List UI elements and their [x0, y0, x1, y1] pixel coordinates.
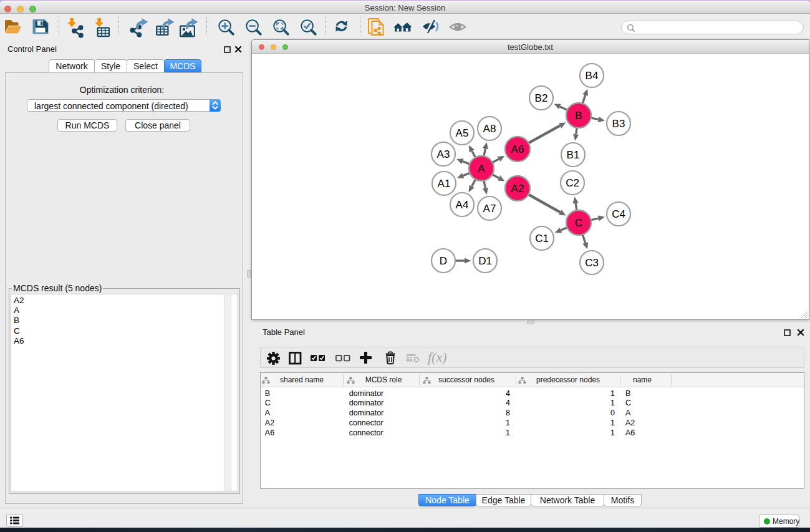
svg-text:A5: A5	[456, 127, 469, 139]
svg-text:B2: B2	[535, 92, 548, 104]
svg-text:B4: B4	[586, 70, 599, 82]
svg-text:B3: B3	[612, 118, 625, 130]
svg-text:A3: A3	[437, 148, 450, 160]
svg-text:D: D	[440, 255, 447, 267]
svg-text:C: C	[575, 217, 582, 229]
svg-text:C4: C4	[612, 208, 625, 220]
svg-text:B: B	[575, 110, 582, 122]
svg-text:C1: C1	[535, 233, 549, 244]
svg-text:A8: A8	[483, 123, 496, 135]
svg-text:A6: A6	[511, 143, 524, 155]
svg-text:C3: C3	[585, 257, 599, 269]
svg-text:B1: B1	[567, 149, 580, 161]
svg-text:A4: A4	[456, 199, 469, 211]
svg-text:A2: A2	[511, 183, 524, 195]
svg-text:A7: A7	[483, 203, 496, 215]
svg-text:C2: C2	[566, 177, 579, 189]
svg-text:D1: D1	[478, 255, 492, 267]
svg-text:A1: A1	[438, 178, 451, 190]
svg-text:A: A	[478, 163, 485, 175]
